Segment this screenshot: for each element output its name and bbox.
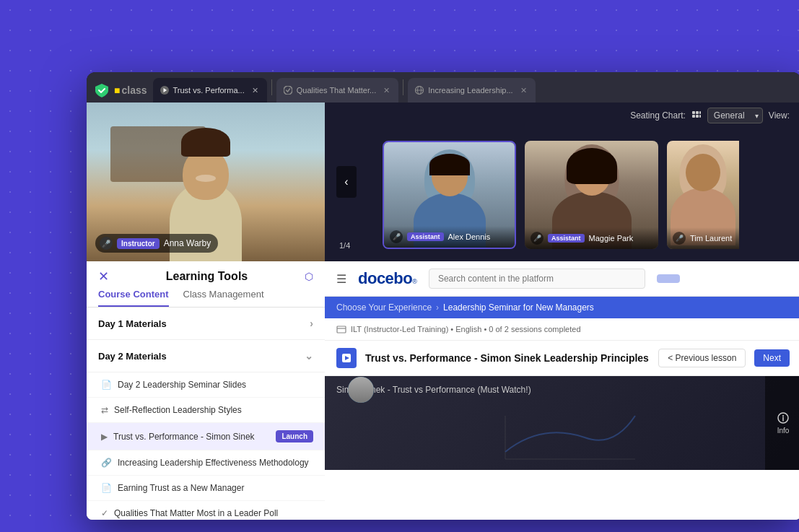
sub-item-2-label: Self-Reflection Leadership Styles xyxy=(114,405,313,415)
tabs-bar: ■ class Trust vs. Performa... ✕ Qualitie… xyxy=(87,72,799,103)
participant-card-tim[interactable]: 🎤 Tim Laurent xyxy=(667,141,739,249)
docebo-inner: ☰ docebo ® Choose Your Experience › Lead… xyxy=(325,261,799,520)
browser-window: ■ class Trust vs. Performa... ✕ Qualitie… xyxy=(87,72,799,520)
sub-item-5-label: Earning Trust as a New Manager xyxy=(118,483,313,493)
course-info: ILT (Instructor-Led Training) • English … xyxy=(325,318,799,341)
tab3-close[interactable]: ✕ xyxy=(520,86,527,95)
alex-name: Alex Dennis xyxy=(448,232,491,241)
seating-bar: Seating Chart: General xyxy=(325,103,799,128)
launch-button[interactable]: Launch xyxy=(276,430,313,442)
docebo-header: ☰ docebo ® xyxy=(325,261,799,297)
prev-lesson-button[interactable]: < Previous lesson xyxy=(658,349,746,367)
info-icon xyxy=(777,412,789,424)
globe-icon xyxy=(415,86,424,95)
close-button[interactable]: ✕ xyxy=(98,270,109,283)
docebo-logo: docebo ® xyxy=(358,269,417,288)
sub-item-self-reflection[interactable]: ⇄ Self-Reflection Leadership Styles xyxy=(87,398,325,423)
docebo-search-input[interactable] xyxy=(429,269,645,289)
learning-tools-header: ✕ Learning Tools ⬡ xyxy=(87,261,325,283)
page-indicator: 1/4 xyxy=(339,241,350,250)
sub-item-leadership-effectiveness[interactable]: 🔗 Increasing Leadership Effectiveness Me… xyxy=(87,450,325,476)
participant-card-maggie[interactable]: 🎤 Assistant Maggie Park xyxy=(525,141,658,249)
sub-item-qualities-poll[interactable]: ✓ Qualities That Matter Most in a Leader… xyxy=(87,501,325,520)
video-content[interactable]: Simon Sinek - Trust vs Performance (Must… xyxy=(325,376,799,470)
svg-point-20 xyxy=(782,415,784,417)
tab-trust-vs-performance[interactable]: Trust vs. Performa... ✕ xyxy=(153,78,267,103)
instructor-role-label: Instructor xyxy=(117,238,160,249)
seating-select-wrap[interactable]: General xyxy=(707,108,763,123)
doc-icon: 📄 xyxy=(101,380,112,390)
svg-rect-8 xyxy=(699,111,701,114)
tim-label: 🎤 Tim Laurent xyxy=(667,227,739,249)
lesson-nav: Trust vs. Performance - Simon Sinek Lead… xyxy=(325,341,799,376)
class-shield-icon xyxy=(94,82,110,98)
svg-rect-9 xyxy=(692,115,695,118)
tab-separator-1 xyxy=(271,79,272,95)
lesson-title: Trust vs. Performance - Simon Sinek Lead… xyxy=(365,352,650,364)
svg-rect-11 xyxy=(699,115,701,118)
hamburger-icon[interactable]: ☰ xyxy=(336,272,346,286)
video-visual xyxy=(383,405,758,470)
external-link-icon[interactable]: ⬡ xyxy=(305,271,313,282)
maggie-assistant-badge: Assistant xyxy=(548,234,585,243)
tab-class-management[interactable]: Class Management xyxy=(183,289,264,307)
tab2-label: Qualities That Matter... xyxy=(297,86,376,95)
tab1-label: Trust vs. Performa... xyxy=(173,86,245,95)
docebo-action-button[interactable] xyxy=(657,274,680,283)
maggie-name: Maggie Park xyxy=(589,234,634,243)
tim-mic-icon: 🎤 xyxy=(673,232,686,245)
day2-sub-items: 📄 Day 2 Leadership Seminar Slides ⇄ Self… xyxy=(87,372,325,520)
day2-item[interactable]: Day 2 Materials ⌄ xyxy=(87,340,325,372)
course-list: Day 1 Materials › Day 2 Materials ⌄ 📄 Da… xyxy=(87,308,325,520)
sub-item-6-label: Qualities That Matter Most in a Leader P… xyxy=(114,508,313,518)
participant-card-alex[interactable]: 🎤 Assistant Alex Dennis xyxy=(383,141,516,249)
right-area: Seating Chart: General xyxy=(325,103,799,520)
seating-dropdown[interactable]: General xyxy=(707,108,763,123)
doc2-icon: 📄 xyxy=(101,483,112,493)
sub-item-trust-performance[interactable]: ▶ Trust vs. Performance - Simon Sinek La… xyxy=(87,423,325,450)
speaker-avatar xyxy=(348,377,374,403)
lesson-type-icon xyxy=(336,348,357,368)
next-lesson-button[interactable]: Next xyxy=(754,349,790,367)
video-grid-section: Seating Chart: General xyxy=(325,103,799,261)
view-label: View: xyxy=(769,110,790,121)
prev-page-button[interactable]: ‹ xyxy=(336,166,357,198)
day2-chevron-icon: ⌄ xyxy=(305,350,313,362)
check-circle-icon xyxy=(284,86,292,95)
day1-chevron-icon: › xyxy=(310,318,313,329)
breadcrumb-parent[interactable]: Choose Your Experience xyxy=(336,302,432,313)
sub-item-seminar-slides[interactable]: 📄 Day 2 Leadership Seminar Slides xyxy=(87,372,325,398)
tab-increasing-leadership[interactable]: Increasing Leadership... ✕ xyxy=(408,78,535,103)
left-panel: 🎤 Instructor Anna Warby ✕ Learning Tools… xyxy=(87,103,325,520)
breadcrumb-separator-icon: › xyxy=(436,302,439,313)
tab2-close[interactable]: ✕ xyxy=(383,86,390,95)
svg-point-2 xyxy=(284,86,292,95)
tab-qualities-that-matter[interactable]: Qualities That Matter... ✕ xyxy=(276,78,398,103)
instructor-name: Anna Warby xyxy=(164,238,211,248)
breadcrumb-current: Leadership Seminar for New Managers xyxy=(443,302,594,313)
grid-icon xyxy=(691,110,702,121)
tab-course-content[interactable]: Course Content xyxy=(98,289,169,307)
alex-assistant-badge: Assistant xyxy=(407,232,444,241)
play-icon xyxy=(160,86,169,95)
info-label: Info xyxy=(777,427,790,435)
day1-item[interactable]: Day 1 Materials › xyxy=(87,308,325,340)
day1-label: Day 1 Materials xyxy=(98,318,167,329)
sub-item-4-label: Increasing Leadership Effectiveness Meth… xyxy=(118,458,313,468)
seating-chart-label: Seating Chart: xyxy=(630,110,686,121)
svg-rect-7 xyxy=(696,111,699,114)
sub-item-earning-trust[interactable]: 📄 Earning Trust as a New Manager xyxy=(87,476,325,501)
maggie-mic-icon: 🎤 xyxy=(531,232,543,245)
link-icon: 🔗 xyxy=(101,458,112,468)
day2-label: Day 2 Materials xyxy=(98,351,167,362)
learning-tools-title: Learning Tools xyxy=(109,270,305,283)
sub-item-3-label: Trust vs. Performance - Simon Sinek xyxy=(113,432,270,442)
sub-item-1-label: Day 2 Leadership Seminar Slides xyxy=(118,380,313,390)
check2-icon: ✓ xyxy=(101,508,108,518)
tab1-close[interactable]: ✕ xyxy=(252,86,258,95)
class-logo-text: ■ class xyxy=(114,84,147,96)
play-circle-icon: ▶ xyxy=(101,432,108,442)
svg-rect-6 xyxy=(692,111,695,114)
video-info-button[interactable]: Info xyxy=(765,376,799,470)
maggie-label: 🎤 Assistant Maggie Park xyxy=(525,227,658,249)
